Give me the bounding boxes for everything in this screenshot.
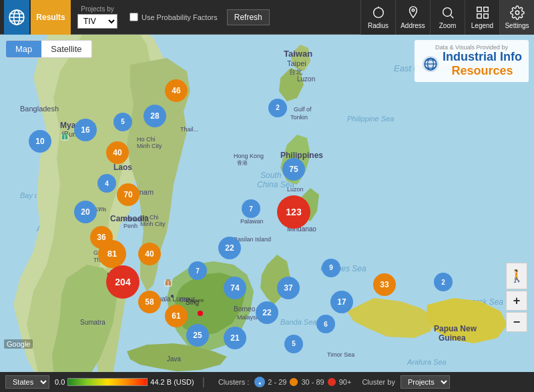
zoom-in-button[interactable]: + bbox=[506, 291, 527, 311]
cluster-range-30-89: 30 - 89 bbox=[301, 378, 324, 386]
cluster-c4[interactable]: 28 bbox=[144, 105, 166, 127]
cluster-c32[interactable]: 2 bbox=[434, 273, 453, 291]
svg-point-8 bbox=[443, 7, 451, 16]
svg-text:Guinea: Guinea bbox=[439, 333, 466, 343]
cluster-c20[interactable]: 123 bbox=[277, 195, 310, 229]
svg-point-7 bbox=[412, 9, 415, 11]
projects-by-section: Projects by TIV bbox=[72, 3, 123, 31]
svg-text:Arafura Sea: Arafura Sea bbox=[407, 358, 447, 366]
prob-factors-label: Use Probability Factors bbox=[142, 13, 218, 21]
svg-text:Minh City: Minh City bbox=[140, 221, 166, 227]
svg-point-98 bbox=[290, 378, 298, 386]
svg-text:●: ● bbox=[170, 292, 174, 299]
svg-text:Palawan: Palawan bbox=[240, 218, 264, 225]
app: Results Projects by TIV Use Probability … bbox=[0, 0, 534, 392]
legend-label: Legend bbox=[471, 22, 493, 29]
street-view-button[interactable]: 🚶 bbox=[506, 263, 527, 289]
svg-rect-13 bbox=[483, 13, 487, 17]
svg-text:Java: Java bbox=[167, 355, 182, 363]
cluster-c6[interactable]: 40 bbox=[106, 141, 129, 164]
svg-text:Papua New: Papua New bbox=[434, 324, 477, 333]
settings-label: Settings bbox=[505, 22, 529, 29]
svg-text:Luzon: Luzon bbox=[297, 75, 315, 83]
cluster-c17[interactable]: 2 bbox=[268, 99, 287, 117]
cluster-c9[interactable]: 20 bbox=[74, 201, 97, 223]
zoom-label: Zoom bbox=[439, 22, 457, 29]
globe-button[interactable] bbox=[4, 0, 29, 35]
svg-text:South: South bbox=[260, 171, 282, 180]
cluster-icon-red bbox=[327, 377, 336, 387]
status-divider: | bbox=[202, 376, 205, 388]
cluster-c8[interactable]: 70 bbox=[117, 183, 140, 206]
legend-button[interactable]: Legend bbox=[465, 0, 499, 35]
settings-button[interactable]: Settings bbox=[499, 0, 534, 35]
svg-text:Gulf of: Gulf of bbox=[294, 106, 312, 113]
cluster-icon-orange bbox=[289, 377, 298, 387]
svg-text:Philippine Sea: Philippine Sea bbox=[347, 115, 394, 123]
radius-button[interactable]: Radius bbox=[360, 0, 395, 35]
svg-text:Laos: Laos bbox=[113, 163, 132, 172]
svg-text:Luzon: Luzon bbox=[287, 186, 304, 193]
cluster-c1[interactable]: 10 bbox=[29, 130, 51, 153]
svg-text:Hong Kong: Hong Kong bbox=[234, 153, 264, 159]
cluster-c26[interactable]: 21 bbox=[224, 327, 246, 349]
tab-satellite[interactable]: Satellite bbox=[41, 41, 91, 57]
cluster-c5[interactable]: 46 bbox=[165, 79, 188, 102]
svg-text:●: ● bbox=[258, 381, 261, 385]
prob-factors-section: Use Probability Factors bbox=[124, 13, 223, 21]
iir-logo: Data & Visuals Provided by Industrial In… bbox=[415, 40, 529, 82]
zoom-controls: 🚶 + − bbox=[506, 263, 527, 332]
map-marker-myanmar bbox=[60, 132, 69, 144]
tab-map[interactable]: Map bbox=[6, 41, 41, 57]
iir-subtitle: Resources bbox=[443, 64, 522, 78]
svg-rect-12 bbox=[477, 13, 481, 17]
cluster-c15[interactable]: 61 bbox=[165, 305, 188, 327]
cluster-c12[interactable]: 40 bbox=[138, 243, 161, 265]
svg-point-99 bbox=[328, 378, 336, 386]
cluster-c22[interactable]: 7 bbox=[188, 261, 207, 280]
cluster-c24[interactable]: 37 bbox=[277, 277, 300, 299]
svg-text:Philippines: Philippines bbox=[280, 151, 323, 160]
svg-point-5 bbox=[373, 7, 383, 17]
iir-icon bbox=[421, 55, 440, 73]
status-bar: States 0.0 44.2 B (USD) | Clusters : ● 2… bbox=[0, 372, 534, 392]
map-container[interactable]: East China Sea South China Sea Philippin… bbox=[0, 35, 534, 372]
cluster-c31[interactable]: 33 bbox=[373, 273, 396, 296]
svg-text:Tonkin: Tonkin bbox=[290, 114, 308, 121]
cluster-c21[interactable]: 22 bbox=[218, 237, 241, 259]
gradient-strip bbox=[67, 378, 148, 386]
cluster-c2[interactable]: 16 bbox=[74, 119, 97, 141]
cluster-c3[interactable]: 5 bbox=[113, 113, 132, 131]
states-select[interactable]: States bbox=[5, 375, 49, 389]
projects-by-label: Projects by bbox=[81, 5, 113, 13]
cluster-c13[interactable]: 204 bbox=[106, 265, 140, 299]
svg-text:Banda Sea: Banda Sea bbox=[280, 318, 316, 326]
cluster-c27[interactable]: 9 bbox=[322, 259, 340, 277]
cluster-by-select[interactable]: Projects bbox=[400, 375, 450, 389]
cluster-c29[interactable]: 6 bbox=[316, 315, 335, 333]
cluster-c11[interactable]: 81 bbox=[98, 240, 126, 268]
cluster-c19[interactable]: 7 bbox=[242, 199, 260, 218]
projects-by-select[interactable]: TIV bbox=[77, 14, 117, 29]
cluster-c14[interactable]: 58 bbox=[138, 291, 161, 313]
cluster-c7[interactable]: 4 bbox=[97, 174, 116, 193]
prob-factors-checkbox[interactable] bbox=[129, 13, 138, 21]
svg-rect-10 bbox=[477, 7, 481, 11]
address-button[interactable]: Address bbox=[395, 0, 430, 35]
clusters-label: Clusters : bbox=[218, 378, 249, 386]
zoom-out-button[interactable]: − bbox=[506, 312, 527, 332]
cluster-c28[interactable]: 17 bbox=[330, 291, 353, 313]
zoom-button[interactable]: Zoom bbox=[430, 0, 465, 35]
cluster-by-label: Cluster by bbox=[362, 378, 395, 386]
gradient-bar: 0.0 44.2 B (USD) bbox=[55, 378, 194, 386]
svg-text:apore: apore bbox=[190, 297, 204, 303]
cluster-c23[interactable]: 74 bbox=[224, 277, 246, 299]
svg-text:Ho Chi: Ho Chi bbox=[137, 136, 156, 143]
iir-title: Industrial Info bbox=[443, 51, 522, 64]
results-button[interactable]: Results bbox=[31, 0, 71, 35]
cluster-c30[interactable]: 5 bbox=[284, 335, 303, 353]
cluster-c25[interactable]: 22 bbox=[256, 301, 278, 324]
refresh-button[interactable]: Refresh bbox=[227, 9, 270, 25]
cluster-c16[interactable]: 25 bbox=[186, 324, 209, 347]
cluster-c18[interactable]: 75 bbox=[282, 158, 305, 181]
